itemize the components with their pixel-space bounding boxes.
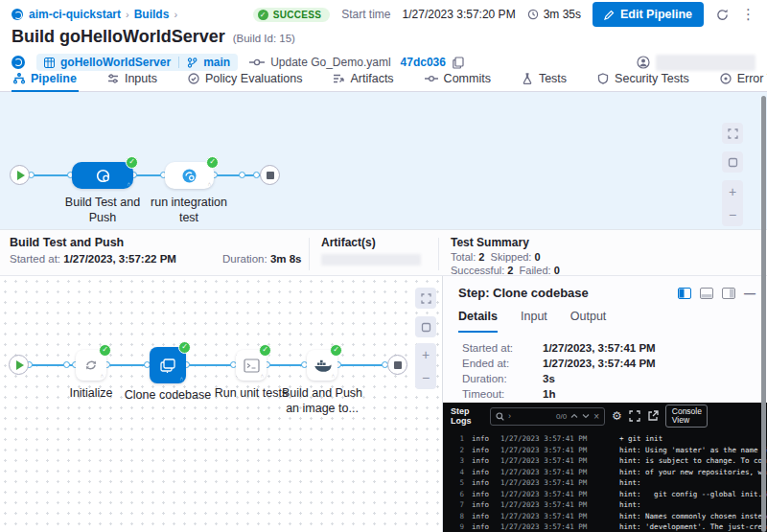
conditional-icon: ⑃: [207, 181, 211, 187]
success-check-icon: ✓: [258, 10, 268, 20]
redacted-artifact-link[interactable]: [321, 254, 421, 266]
ci-stage-icon: [181, 168, 198, 184]
detail-value: 1/27/2023, 3:57:41 PM: [543, 342, 656, 354]
breadcrumb-separator: ›: [174, 9, 177, 20]
clear-search-icon[interactable]: ×: [593, 411, 599, 422]
module-logo-icon: [12, 9, 23, 20]
detail-label: Ended at:: [462, 358, 523, 369]
tab-artifacts[interactable]: Artifacts: [331, 65, 395, 91]
tab-policy-evaluations[interactable]: Policy Evaluations: [186, 65, 304, 91]
fit-view-icon: [421, 322, 431, 333]
total-value: 2: [478, 251, 484, 263]
step-label[interactable]: Build and Push an image to...: [278, 385, 366, 416]
step-details-list: Started at:1/27/2023, 3:57:41 PM Ended a…: [443, 329, 767, 400]
tab-input[interactable]: Input: [521, 310, 547, 329]
console-title: Step Logs: [451, 406, 483, 426]
successful-label: Successful:: [451, 265, 504, 276]
step-node-initialize[interactable]: ✓ ⑃: [76, 350, 106, 381]
page-scrollbar[interactable]: [761, 96, 766, 532]
pipeline-icon: [13, 73, 25, 84]
log-lines[interactable]: 1info1/27/2023 3:57:41 PM+ git init 2inf…: [443, 429, 767, 532]
start-time-label: Start time: [341, 8, 390, 21]
search-caret: ›: [508, 411, 511, 421]
stage-label[interactable]: run integration test: [151, 195, 227, 225]
fit-view-icon: [728, 157, 738, 168]
pill-divider: [178, 57, 179, 68]
expand-canvas-button[interactable]: [722, 123, 743, 144]
tab-error-tracking[interactable]: Error Tracking: [718, 65, 767, 91]
fit-to-view-button[interactable]: [415, 316, 436, 337]
chevron-up-icon[interactable]: [570, 413, 578, 419]
detail-label: Timeout:: [462, 388, 523, 400]
open-external-icon[interactable]: [647, 410, 659, 422]
refresh-button[interactable]: [715, 8, 730, 22]
tab-tests[interactable]: Tests: [520, 65, 569, 91]
success-check-icon: ✓: [126, 156, 138, 169]
log-search-input[interactable]: › 0/0 ×: [490, 407, 605, 426]
pipeline-end-node: [260, 165, 280, 185]
tab-pipeline[interactable]: Pipeline: [12, 65, 79, 91]
log-settings-gear-icon[interactable]: ⚙: [612, 409, 622, 423]
success-check-icon: ✓: [259, 344, 271, 357]
expand-canvas-button[interactable]: [415, 288, 436, 309]
tab-inputs[interactable]: Inputs: [105, 65, 159, 91]
zoom-controls: + −: [415, 343, 436, 389]
tab-commits[interactable]: Commits: [423, 65, 493, 91]
tab-details[interactable]: Details: [458, 310, 498, 329]
log-line: 2info1/27/2023 3:57:41 PMhint: Using 'ma…: [453, 445, 767, 456]
failed-label: Failed:: [520, 265, 551, 276]
edit-pipeline-button[interactable]: Edit Pipeline: [593, 2, 704, 27]
app-window: aim-ci-quickstart › Builds › ✓ SUCCESS S…: [0, 0, 767, 532]
conditional-icon: ⑃: [260, 373, 264, 379]
step-node-clone-codebase[interactable]: ✓ ⑃: [150, 347, 186, 383]
step-label[interactable]: Clone codebase: [120, 387, 216, 403]
dock-bottom-icon[interactable]: [700, 288, 713, 299]
step-node-run-unit-tests[interactable]: ✓ ⑃: [236, 350, 267, 381]
step-graph-canvas[interactable]: ✓ ⑃ Initialize ✓ ⑃ Clone codebase ✓ ⑃ Ru…: [0, 276, 443, 532]
inputs-icon: [107, 73, 119, 84]
stage-node-build-test-and-push[interactable]: ✓ ⑃: [72, 162, 133, 189]
breadcrumb-project[interactable]: aim-ci-quickstart: [29, 8, 121, 21]
expand-logs-icon[interactable]: [629, 410, 640, 422]
fit-to-view-button[interactable]: [722, 151, 743, 173]
step-panel-tabs: Details Input Output: [443, 306, 767, 329]
conditional-icon: ⑃: [179, 376, 183, 382]
tab-security-tests[interactable]: Security Tests: [595, 65, 691, 91]
clock-icon: [527, 9, 539, 20]
breadcrumb-builds[interactable]: Builds: [134, 8, 170, 21]
chevron-down-icon[interactable]: [582, 413, 590, 419]
dock-right-icon[interactable]: [722, 288, 735, 299]
start-time-value: 1/27/2023 3:57:20 PM: [403, 8, 516, 21]
stage-label[interactable]: Build Test and Push: [59, 195, 146, 225]
dock-left-icon[interactable]: [678, 288, 691, 299]
zoom-in-button[interactable]: +: [422, 343, 430, 366]
status-text: SUCCESS: [273, 10, 321, 20]
minimize-icon[interactable]: —: [744, 287, 755, 300]
zoom-in-button[interactable]: +: [729, 180, 736, 203]
page-header: aim-ci-quickstart › Builds › ✓ SUCCESS S…: [0, 0, 767, 65]
conditional-icon: ⑃: [100, 373, 104, 379]
step-node-build-and-push[interactable]: ✓ ⑃: [307, 350, 337, 381]
detail-value: 1/27/2023, 3:57:44 PM: [543, 358, 656, 369]
detail-label: Started at:: [462, 342, 523, 354]
stage-graph-canvas[interactable]: ✓ ⑃ Build Test and Push ✓ ⑃ run integrat…: [0, 92, 767, 230]
pipeline-start-node: [10, 165, 30, 185]
build-id: (Build Id: 15): [233, 33, 295, 44]
tab-output[interactable]: Output: [570, 310, 607, 329]
log-line: 5info1/27/2023 3:57:41 PMhint:: [453, 477, 767, 489]
stage-node-run-integration-test[interactable]: ✓ ⑃: [165, 162, 214, 189]
ci-stage-icon: [95, 168, 111, 184]
zoom-controls: + −: [722, 180, 743, 226]
zoom-out-button[interactable]: −: [729, 203, 736, 226]
total-label: Total:: [451, 251, 476, 263]
breadcrumb-separator: ›: [126, 9, 129, 20]
more-options-button[interactable]: ⋮: [741, 6, 755, 23]
success-check-icon: ✓: [330, 344, 342, 357]
started-value: 1/27/2023, 3:57:22 PM: [63, 253, 176, 265]
started-label: Started at:: [10, 253, 60, 265]
steps-start-node: [9, 355, 29, 375]
zoom-out-button[interactable]: −: [422, 366, 430, 389]
skipped-value: 0: [534, 251, 540, 263]
console-view-button[interactable]: Console View: [665, 405, 708, 428]
log-line: 4info1/27/2023 3:57:41 PMhint: of your n…: [453, 467, 767, 478]
